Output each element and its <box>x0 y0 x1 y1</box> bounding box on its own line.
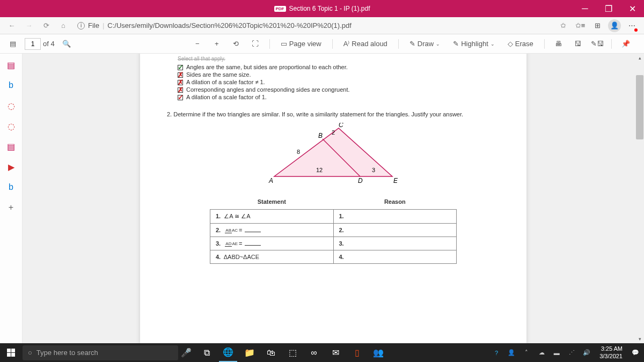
th-reason: Reason <box>333 195 457 210</box>
proof-table: Statement Reason 1. ∠A ≅ ∠A 1. 2. ABAC= … <box>210 195 457 264</box>
start-button[interactable] <box>0 343 21 362</box>
search-icon[interactable]: 🔍 <box>59 36 74 51</box>
volume-icon[interactable]: 🔊 <box>581 348 592 358</box>
page-number-input[interactable] <box>25 38 41 50</box>
store-icon[interactable]: 🛍 <box>262 343 280 362</box>
people-icon[interactable]: 👤 <box>506 348 517 358</box>
taskbar-search[interactable]: ○ Type here to search <box>23 345 178 360</box>
teams-icon[interactable]: 👥 <box>369 343 387 362</box>
svg-text:3: 3 <box>372 167 375 173</box>
save-icon[interactable]: 🖫 <box>570 36 586 51</box>
taskbar: ○ Type here to search 🎤 ⧉ 🌐 📁 🛍 ⬚ ∞ ✉ ▯ … <box>0 343 644 362</box>
address-bar: ← → ⟳ ⌂ i File | C:/Users/emily/Download… <box>0 17 644 34</box>
q2-number: 2. <box>167 111 172 117</box>
rail-item-5[interactable]: ▤ <box>3 138 19 154</box>
checkbox-3 <box>178 80 183 85</box>
scroll-down-icon[interactable]: ▾ <box>635 335 644 343</box>
forward-button[interactable]: → <box>21 18 36 33</box>
pdf-page: Select all that apply. Angles are the sa… <box>140 54 526 343</box>
zoom-in-icon[interactable]: + <box>209 36 224 51</box>
check-text-4: Corresponding angles and corresponding s… <box>186 86 350 93</box>
checkbox-2 <box>178 72 183 78</box>
maximize-button[interactable]: ❐ <box>597 0 620 17</box>
select-header: Select all that apply. <box>178 56 505 62</box>
svg-text:B: B <box>318 132 323 139</box>
help-icon[interactable]: ? <box>491 348 502 358</box>
url-text[interactable]: C:/Users/emily/Downloads/Section%206%20T… <box>107 21 352 29</box>
svg-text:E: E <box>393 177 398 184</box>
scrollbar[interactable]: ▴ ▾ <box>635 54 644 343</box>
collections-icon[interactable]: ⊞ <box>589 18 605 34</box>
draw-button[interactable]: ✎Draw⌄ <box>405 38 444 50</box>
task-view-icon[interactable]: ⧉ <box>197 343 216 362</box>
mail-icon[interactable]: ✉ <box>326 343 345 362</box>
edge-icon[interactable]: 🌐 <box>219 343 237 362</box>
explorer-icon[interactable]: 📁 <box>240 343 259 362</box>
profile-avatar[interactable]: 👤 <box>606 18 623 34</box>
svg-text:8: 8 <box>297 149 300 155</box>
pdf-badge: PDF <box>274 6 286 12</box>
star-add-icon[interactable]: ✩ <box>555 18 571 34</box>
check-text-5: A dilation of a scale factor of 1. <box>186 94 267 100</box>
check-text-1: Angles are the same, but sides are propo… <box>186 64 348 70</box>
rail-item-4[interactable]: ◌ <box>3 118 19 134</box>
svg-text:A: A <box>268 177 273 184</box>
rail-item-2[interactable]: b <box>3 77 19 93</box>
zoom-out-icon[interactable]: − <box>190 36 205 51</box>
wifi-icon[interactable]: ⋰ <box>566 348 577 358</box>
rail-item-7[interactable]: b <box>3 179 19 195</box>
checkbox-5 <box>178 95 183 100</box>
rail-item-6[interactable]: ▶ <box>3 159 19 175</box>
scroll-thumb[interactable] <box>636 75 643 139</box>
sidebar-toggle-icon[interactable]: ▤ <box>5 36 20 51</box>
info-icon[interactable]: i <box>77 22 85 29</box>
checkbox-1 <box>178 65 183 70</box>
q2-text: Determine if the two triangles are simil… <box>173 111 463 117</box>
favorites-icon[interactable]: ✩≡ <box>572 18 588 34</box>
side-rail: ▤ b ◌ ◌ ▤ ▶ b + <box>0 54 23 343</box>
mic-icon[interactable]: 🎤 <box>178 348 194 358</box>
file-label: File <box>88 21 99 29</box>
close-button[interactable]: ✕ <box>620 0 644 17</box>
read-aloud-button[interactable]: A⁾Read aloud <box>339 38 392 50</box>
back-button[interactable]: ← <box>4 18 19 33</box>
search-circle-icon: ○ <box>28 349 32 357</box>
home-button[interactable]: ⌂ <box>56 18 71 33</box>
svg-text:12: 12 <box>316 167 323 173</box>
page-view-button[interactable]: ▭Page view <box>276 38 326 50</box>
triangle-figure: A B C D E 8 2 12 3 <box>162 123 505 187</box>
pdf-viewport[interactable]: Select all that apply. Angles are the sa… <box>23 54 644 343</box>
onedrive-icon[interactable]: ☁ <box>536 348 547 358</box>
rotate-icon[interactable]: ⟲ <box>229 36 244 51</box>
erase-button[interactable]: ◇Erase <box>503 38 538 50</box>
notifications-icon[interactable]: 💬 <box>630 348 641 358</box>
pin-icon[interactable]: 📌 <box>618 36 633 51</box>
svg-text:2: 2 <box>332 129 335 136</box>
page-total-label: of 4 <box>43 40 55 48</box>
rail-item-1[interactable]: ▤ <box>3 57 19 73</box>
minimize-button[interactable]: ─ <box>573 0 597 17</box>
save-as-icon[interactable]: ✎🖫 <box>590 36 605 51</box>
clock[interactable]: 3:25 AM 3/3/2021 <box>599 345 623 359</box>
rail-item-3[interactable]: ◌ <box>3 98 19 114</box>
app-title-bar: PDF Section 6 Topic 1 - IP (1).pdf ─ ❐ ✕ <box>0 0 644 17</box>
menu-button[interactable]: ⋯ <box>624 18 640 34</box>
refresh-button[interactable]: ⟳ <box>39 18 54 33</box>
loop-icon[interactable]: ∞ <box>305 343 323 362</box>
search-placeholder: Type here to search <box>36 349 98 357</box>
print-icon[interactable]: 🖶 <box>551 36 566 51</box>
fit-icon[interactable]: ⛶ <box>248 36 263 51</box>
office-icon[interactable]: ▯ <box>348 343 366 362</box>
battery-icon[interactable]: ▬ <box>551 348 562 358</box>
rail-add[interactable]: + <box>3 200 19 216</box>
svg-text:D: D <box>358 177 363 184</box>
scroll-up-icon[interactable]: ▴ <box>635 54 644 62</box>
window-title: Section 6 Topic 1 - IP (1).pdf <box>289 5 370 12</box>
chevron-up-icon[interactable]: ˄ <box>521 348 532 358</box>
highlight-button[interactable]: ✎Highlight⌄ <box>449 38 499 50</box>
dropbox-icon[interactable]: ⬚ <box>283 343 302 362</box>
checkbox-4 <box>178 87 183 93</box>
check-text-2: Sides are the same size. <box>186 71 251 78</box>
check-text-3: A dilation of a scale factor ≠ 1. <box>186 79 265 85</box>
pdf-toolbar: ▤ of 4 🔍 − + ⟲ ⛶ ▭Page view A⁾Read aloud… <box>0 34 644 54</box>
